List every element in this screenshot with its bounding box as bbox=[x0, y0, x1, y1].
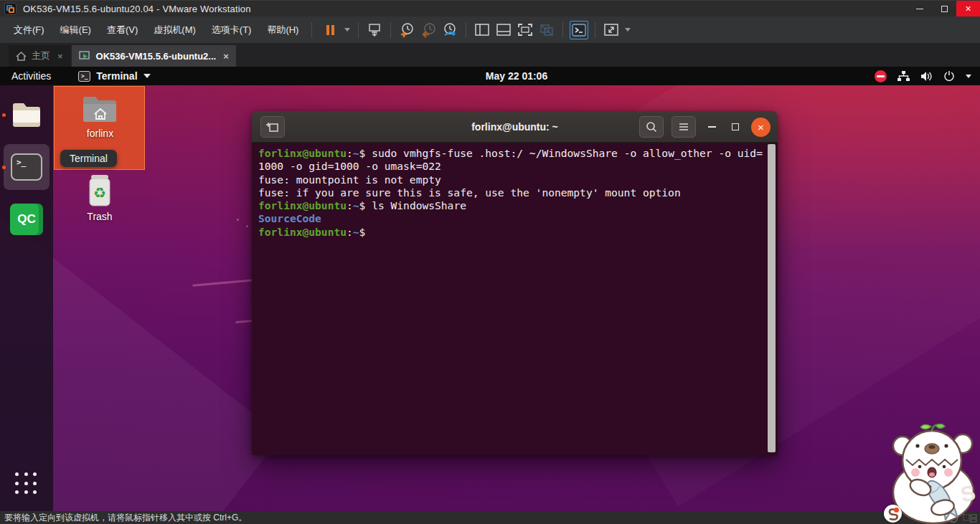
app-menu-caret-icon bbox=[143, 74, 151, 78]
take-snapshot-icon[interactable] bbox=[397, 21, 416, 39]
desktop-icon-label: Trash bbox=[87, 211, 112, 222]
vmware-tabbar: 主页 × OK536-VM15.5.6-ubuntu2... × bbox=[0, 43, 980, 67]
fit-guest-dropdown-icon[interactable] bbox=[625, 28, 631, 32]
terminal-line: forlinx@ubuntu:~$ sudo vmhgfs-fuse .host… bbox=[258, 147, 760, 160]
running-indicator-dot bbox=[2, 166, 6, 169]
vmware-logo-icon bbox=[4, 3, 17, 15]
vmware-toolbar bbox=[320, 21, 633, 39]
terminal-scrollbar[interactable] bbox=[768, 144, 776, 452]
terminal-line: SourceCode bbox=[258, 212, 760, 225]
show-thumbnail-bar-icon[interactable] bbox=[494, 21, 513, 39]
terminal-close-button[interactable]: × bbox=[751, 118, 771, 137]
terminal-line: fuse: if you are sure this is safe, use … bbox=[258, 186, 760, 199]
hamburger-icon bbox=[679, 123, 689, 131]
menu-item[interactable]: 查看(V) bbox=[99, 19, 146, 41]
files-icon bbox=[9, 99, 44, 130]
tab-home[interactable]: 主页 × bbox=[9, 45, 70, 67]
search-button[interactable] bbox=[639, 116, 664, 138]
desktop-icon-label: forlinx bbox=[87, 128, 113, 139]
menu-item[interactable]: 虚拟机(M) bbox=[146, 19, 204, 41]
terminal-dock-icon: >_ bbox=[10, 153, 43, 181]
sogou-input-tray-icon[interactable] bbox=[884, 505, 902, 523]
unity-mode-icon bbox=[537, 21, 556, 39]
terminal-line: fuse: mountpoint is not empty bbox=[258, 173, 760, 186]
terminal-body[interactable]: forlinx@ubuntu:~$ sudo vmhgfs-fuse .host… bbox=[252, 143, 778, 455]
show-library-icon[interactable] bbox=[473, 21, 491, 39]
window-minimize-button[interactable] bbox=[908, 1, 932, 17]
terminal-minimize-button[interactable] bbox=[704, 116, 720, 138]
vmware-menubar: 文件(F)编辑(E)查看(V)虚拟机(M)选项卡(T)帮助(H) bbox=[0, 16, 980, 43]
window-close-button[interactable]: × bbox=[956, 1, 980, 17]
activities-button[interactable]: Activities bbox=[0, 70, 62, 82]
fit-guest-icon[interactable] bbox=[602, 21, 621, 39]
clock-label[interactable]: May 22 01:06 bbox=[53, 70, 980, 82]
menu-item[interactable]: 编辑(E) bbox=[52, 19, 99, 41]
vmware-statusbar: 要将输入定向到该虚拟机，请将鼠标指针移入其中或按 Ctrl+G。 bbox=[0, 511, 980, 524]
new-tab-button[interactable] bbox=[260, 116, 285, 138]
tab-vm[interactable]: OK536-VM15.5.6-ubuntu2... × bbox=[72, 45, 236, 67]
manage-snapshots-icon[interactable] bbox=[440, 21, 459, 39]
terminal-line: forlinx@ubuntu:~$ bbox=[258, 226, 760, 239]
do-not-disturb-icon bbox=[875, 70, 887, 82]
statusbar-hint: 要将输入定向到该虚拟机，请将鼠标指针移入其中或按 Ctrl+G。 bbox=[4, 512, 247, 524]
menu-item[interactable]: 帮助(H) bbox=[259, 19, 306, 41]
desktop-icon-trash[interactable]: ♻ Trash bbox=[72, 172, 127, 222]
vm-screen-icon bbox=[79, 51, 91, 61]
show-applications-button[interactable] bbox=[15, 472, 38, 495]
dock: >_ QC bbox=[0, 85, 53, 511]
virtual-console-icon[interactable] bbox=[570, 21, 588, 39]
search-icon bbox=[646, 121, 657, 133]
focused-app-label: Terminal bbox=[96, 70, 137, 82]
window-title: OK536-VM15.5.6-ubuntu20.04 - VMware Work… bbox=[23, 4, 251, 14]
dock-item-terminal[interactable]: >_ bbox=[4, 144, 50, 190]
tab-vm-close-icon[interactable]: × bbox=[223, 51, 229, 62]
menu-list: 文件(F)编辑(E)查看(V)虚拟机(M)选项卡(T)帮助(H) bbox=[6, 19, 306, 41]
ubuntu-desktop: >_ QC forlinx Terminal bbox=[0, 85, 980, 511]
pause-vm-icon[interactable] bbox=[321, 21, 340, 39]
tab-vm-label: OK536-VM15.5.6-ubuntu2... bbox=[96, 51, 217, 62]
home-icon bbox=[16, 52, 27, 61]
terminal-line: forlinx@ubuntu:~$ ls WindowsShare bbox=[258, 199, 760, 212]
window-maximize-button[interactable] bbox=[932, 1, 956, 17]
terminal-line: 1000 -o gid=1000 -o umask=022 bbox=[258, 160, 760, 173]
wired-network-icon[interactable] bbox=[897, 71, 910, 82]
revert-snapshot-icon[interactable] bbox=[419, 21, 438, 39]
dock-item-qc[interactable]: QC bbox=[0, 196, 53, 242]
terminal-app-icon: >_ bbox=[78, 71, 90, 82]
tab-home-label: 主页 bbox=[32, 49, 50, 62]
tab-home-close-icon[interactable]: × bbox=[57, 51, 63, 62]
terminal-title: forlinx@ubuntu: ~ bbox=[471, 121, 558, 133]
menu-button[interactable] bbox=[672, 116, 696, 138]
home-folder-icon bbox=[80, 92, 121, 125]
vmware-titlebar: OK536-VM15.5.6-ubuntu20.04 - VMware Work… bbox=[0, 0, 980, 16]
enter-fullscreen-icon[interactable] bbox=[516, 21, 534, 39]
svg-text:>_: >_ bbox=[17, 158, 27, 167]
menu-item[interactable]: 选项卡(T) bbox=[204, 19, 260, 41]
menu-item[interactable]: 文件(F) bbox=[6, 19, 52, 41]
running-indicator-dot bbox=[2, 113, 6, 117]
focused-app-menu[interactable]: >_ Terminal bbox=[78, 70, 150, 82]
terminal-window: forlinx@ubuntu: ~ × forlinx@ubuntu:~$ su… bbox=[252, 111, 778, 455]
send-ctrl-alt-del-icon[interactable] bbox=[365, 21, 384, 39]
dock-item-files[interactable] bbox=[0, 92, 53, 138]
power-icon[interactable] bbox=[943, 70, 955, 82]
svg-text:♻: ♻ bbox=[93, 184, 106, 201]
volume-icon[interactable] bbox=[920, 71, 933, 82]
terminal-maximize-button[interactable] bbox=[727, 116, 743, 138]
terminal-headerbar[interactable]: forlinx@ubuntu: ~ × bbox=[252, 111, 778, 143]
pause-dropdown-icon[interactable] bbox=[344, 28, 350, 32]
system-menu-caret-icon[interactable] bbox=[966, 75, 971, 78]
gnome-topbar: Activities >_ Terminal May 22 01:06 bbox=[0, 67, 980, 85]
trash-icon: ♻ bbox=[85, 172, 115, 208]
sogou-mascot-bear[interactable]: S bbox=[888, 424, 980, 524]
qc-app-icon: QC bbox=[10, 204, 43, 235]
dock-tooltip: Terminal bbox=[60, 150, 117, 167]
terminal-output: forlinx@ubuntu:~$ sudo vmhgfs-fuse .host… bbox=[258, 147, 760, 239]
vmware-workstation-window: OK536-VM15.5.6-ubuntu20.04 - VMware Work… bbox=[0, 0, 980, 524]
